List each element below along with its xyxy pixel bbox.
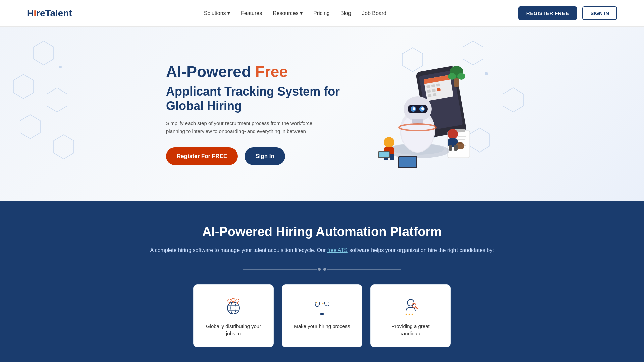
svg-rect-61	[399, 157, 416, 167]
hero-title-text: AI-Powered	[166, 63, 251, 80]
divider-right	[327, 269, 401, 270]
nav-cta-group: REGISTER FREE SIGN IN	[518, 6, 617, 20]
logo[interactable]: HireTalent	[27, 8, 72, 19]
hero-description: Simplify each step of your recruitment p…	[166, 119, 317, 135]
svg-marker-3	[20, 115, 40, 139]
svg-point-48	[384, 137, 394, 148]
svg-line-81	[416, 307, 417, 309]
feature-cards-row: Globally distributing your jobs to	[27, 284, 617, 347]
candidate-icon: ★★★	[400, 297, 421, 317]
free-ats-link[interactable]: free ATS	[327, 247, 348, 253]
svg-rect-46	[412, 119, 423, 124]
svg-point-11	[59, 66, 62, 68]
svg-marker-0	[34, 41, 54, 65]
svg-rect-57	[458, 142, 462, 144]
svg-rect-20	[436, 83, 440, 87]
sign-in-button[interactable]: SIGN IN	[582, 6, 617, 20]
svg-rect-22	[432, 89, 436, 92]
svg-marker-76	[315, 301, 317, 303]
svg-point-67	[228, 299, 231, 302]
card-candidate: ★★★ Providing a great candidate	[370, 284, 451, 347]
divider-dot-right	[323, 268, 326, 271]
nav-resources[interactable]: Resources ▾	[273, 10, 303, 16]
hiring-process-icon	[312, 297, 332, 317]
svg-rect-58	[449, 145, 452, 151]
logo-rest: reTalent	[36, 8, 72, 19]
svg-rect-23	[437, 88, 441, 91]
logo-hire: H	[27, 8, 34, 19]
svg-rect-25	[433, 93, 436, 96]
platform-desc-part2: software helps your organization hire th…	[349, 247, 494, 253]
svg-point-45	[421, 107, 424, 110]
card-global-distribute: Globally distributing your jobs to	[193, 284, 274, 347]
navbar: HireTalent Solutions ▾ Features Resource…	[0, 0, 644, 27]
card-global-text: Globally distributing your jobs to	[203, 323, 264, 337]
svg-rect-24	[428, 94, 431, 97]
hero-title-free: Free	[255, 63, 288, 80]
svg-marker-10	[503, 88, 523, 112]
svg-rect-21	[427, 89, 431, 93]
nav-jobboard[interactable]: Job Board	[362, 10, 386, 16]
svg-marker-4	[54, 135, 74, 159]
hero-title: AI-Powered Free	[166, 63, 340, 81]
platform-description: A complete hiring software to manage you…	[27, 246, 617, 255]
svg-rect-51	[390, 154, 394, 160]
svg-point-13	[485, 72, 488, 75]
hero-buttons: Register For FREE Sign In	[166, 147, 340, 165]
svg-point-44	[413, 107, 415, 110]
svg-rect-19	[431, 84, 435, 88]
svg-rect-53	[379, 152, 389, 157]
svg-point-71	[236, 299, 239, 302]
divider-left	[243, 269, 317, 270]
svg-point-28	[448, 73, 456, 80]
hero-illustration	[362, 60, 476, 168]
hero-section: AI-Powered Free Applicant Tracking Syste…	[0, 27, 644, 201]
svg-point-78	[407, 299, 414, 306]
svg-text:★★★: ★★★	[405, 312, 414, 316]
svg-point-54	[448, 129, 458, 139]
hero-register-button[interactable]: Register For FREE	[166, 147, 238, 165]
hero-subtitle: Applicant Tracking System for Global Hir…	[166, 84, 340, 113]
svg-point-29	[457, 73, 465, 80]
card-candidate-text: Providing a great candidate	[380, 323, 441, 337]
nav-features[interactable]: Features	[241, 10, 262, 16]
globe-distribute-icon	[223, 297, 244, 317]
divider-dot-left	[318, 268, 321, 271]
blue-section: AI-Powered Hiring Automation Platform A …	[0, 201, 644, 362]
svg-point-69	[232, 298, 235, 302]
svg-rect-75	[320, 313, 324, 315]
svg-marker-2	[47, 88, 67, 112]
hero-signin-button[interactable]: Sign In	[245, 147, 285, 165]
section-divider	[27, 268, 617, 271]
logo-dot: i	[34, 8, 36, 19]
platform-desc-part1: A complete hiring software to manage you…	[150, 247, 326, 253]
svg-rect-18	[426, 85, 430, 88]
register-free-button[interactable]: REGISTER FREE	[518, 6, 577, 20]
nav-blog[interactable]: Blog	[340, 10, 351, 16]
nav-pricing[interactable]: Pricing	[313, 10, 330, 16]
nav-links: Solutions ▾ Features Resources ▾ Pricing…	[204, 10, 386, 16]
platform-title: AI-Powered Hiring Automation Platform	[27, 225, 617, 239]
nav-solutions[interactable]: Solutions ▾	[204, 10, 230, 16]
card-hiring-text: Make your hiring process	[291, 323, 353, 330]
hero-content: AI-Powered Free Applicant Tracking Syste…	[166, 63, 361, 165]
svg-marker-1	[13, 74, 34, 99]
svg-rect-59	[454, 145, 458, 151]
hero-image	[361, 60, 478, 168]
card-hiring-process: Make your hiring process	[282, 284, 362, 347]
